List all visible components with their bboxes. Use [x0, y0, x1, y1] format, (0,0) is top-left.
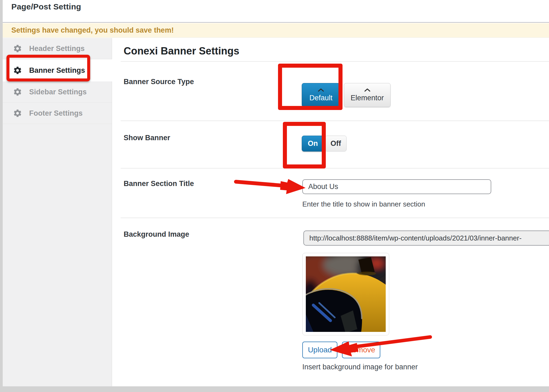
remove-button[interactable]: Remove	[342, 342, 380, 358]
gear-icon	[13, 87, 22, 97]
sidebar-item-footer-settings[interactable]: Footer Settings	[3, 103, 112, 124]
background-image-url-input[interactable]	[303, 231, 549, 246]
settings-sidebar: Header Settings Banner Settings Sidebar …	[3, 38, 112, 386]
source-type-option-label: Elementor	[351, 94, 384, 102]
source-type-elementor-button[interactable]: Elementor	[344, 83, 391, 107]
page-title: Page/Post Setting	[3, 0, 549, 11]
sidebar-item-label: Header Settings	[29, 44, 85, 53]
banner-source-type-label: Banner Source Type	[124, 78, 194, 86]
source-type-option-label: Default	[309, 94, 333, 102]
sidebar-item-label: Sidebar Settings	[29, 88, 87, 96]
gear-icon	[13, 44, 22, 53]
divider	[121, 168, 549, 169]
upload-button[interactable]: Upload	[302, 342, 337, 358]
chevron-up-icon	[364, 88, 371, 92]
show-banner-off-button[interactable]: Off	[325, 136, 347, 152]
panel-title: Conexi Banner Settings	[124, 45, 239, 57]
background-image-label: Background Image	[124, 230, 189, 239]
background-image-hint: Insert background image for banner	[302, 363, 418, 371]
banner-section-title-hint: Enter the title to show in banner sectio…	[302, 200, 425, 208]
divider	[121, 121, 549, 121]
show-banner-label: Show Banner	[124, 134, 170, 142]
sidebar-item-header-settings[interactable]: Header Settings	[3, 38, 112, 59]
taxi-photo	[306, 256, 386, 332]
chevron-up-icon	[317, 88, 324, 92]
background-image-preview	[302, 253, 389, 335]
page-header: Page/Post Setting	[3, 0, 549, 23]
sidebar-item-sidebar-settings[interactable]: Sidebar Settings	[3, 81, 112, 103]
sidebar-item-label: Banner Settings	[29, 66, 85, 75]
notice-text: Settings have changed, you should save t…	[3, 26, 174, 35]
show-banner-on-button[interactable]: On	[302, 136, 324, 152]
settings-page: Page/Post Setting Settings have changed,…	[0, 0, 549, 392]
sidebar-item-banner-settings[interactable]: Banner Settings	[3, 59, 112, 81]
divider	[121, 61, 549, 62]
banner-section-title-label: Banner Section Title	[124, 180, 194, 188]
gear-icon	[13, 109, 22, 118]
banner-section-title-input[interactable]	[302, 179, 491, 194]
unsaved-changes-notice: Settings have changed, you should save t…	[3, 23, 549, 38]
gear-icon	[13, 66, 22, 75]
sidebar-item-label: Footer Settings	[29, 109, 83, 118]
divider	[121, 218, 549, 218]
source-type-default-button[interactable]: Default	[302, 83, 340, 107]
